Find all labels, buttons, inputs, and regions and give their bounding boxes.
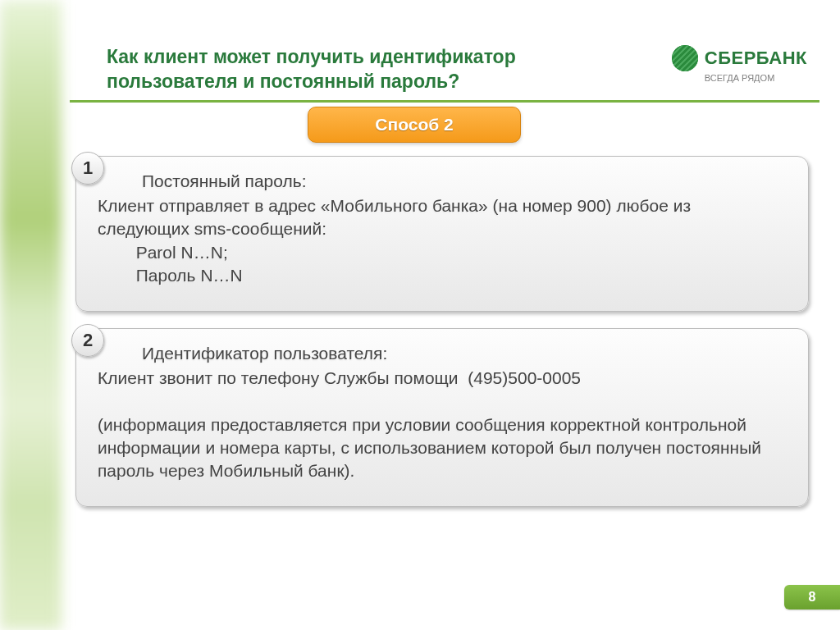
header-rule <box>70 100 819 103</box>
logo-block: СБЕРБАНК ВСЕГДА РЯДОМ <box>672 45 807 83</box>
left-decoration <box>0 0 62 630</box>
card-step-1: 1 Постоянный пароль: Клиент отправляет в… <box>75 156 809 312</box>
card-heading: Постоянный пароль: <box>126 171 787 191</box>
logo-text: СБЕРБАНК <box>705 48 807 69</box>
step-number-badge: 2 <box>71 324 104 357</box>
page-title: Как клиент может получить идентификатор … <box>107 45 599 94</box>
page-number: 8 <box>784 585 840 609</box>
card-heading: Идентификатор пользователя: <box>126 344 787 363</box>
logo-tagline: ВСЕГДА РЯДОМ <box>705 73 807 83</box>
header: Как клиент может получить идентификатор … <box>107 45 807 94</box>
card-body: Клиент отправляет в адрес «Мобильного ба… <box>98 194 787 287</box>
card-step-2: 2 Идентификатор пользователя: Клиент зво… <box>75 328 809 507</box>
card-body: Клиент звонит по телефону Службы помощи … <box>98 367 787 483</box>
step-number-badge: 1 <box>71 152 104 185</box>
sberbank-logo-icon <box>672 45 698 71</box>
method-tab: Способ 2 <box>308 107 521 143</box>
